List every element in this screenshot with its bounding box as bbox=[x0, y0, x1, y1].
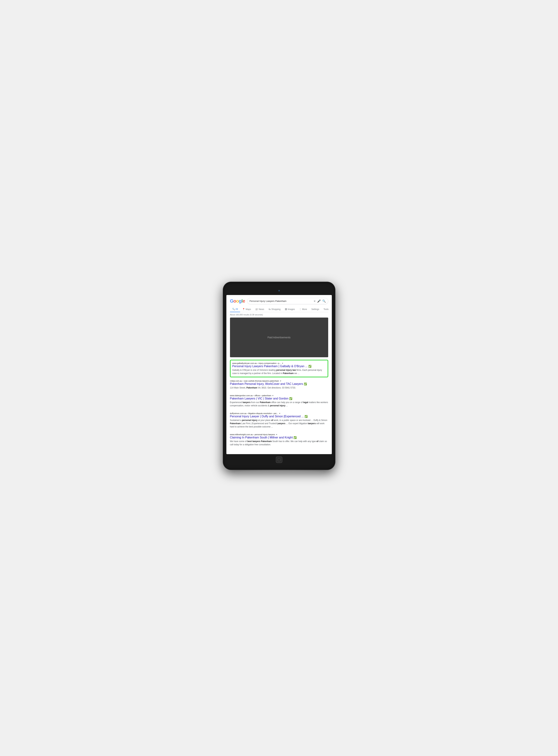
tab-shopping-label: Shopping bbox=[271, 308, 281, 310]
clear-icon[interactable]: ✕ bbox=[313, 300, 316, 303]
camera-dot bbox=[278, 290, 280, 291]
result-4-url-text: duffysimon.com.au › litigation-dispute-r… bbox=[230, 412, 278, 414]
search-bar[interactable]: Personal Injury Lawyers Pakenham ✕ 🎤 🔍 bbox=[247, 298, 328, 304]
result-3-dropdown-icon[interactable]: ▼ bbox=[272, 395, 274, 397]
result-3-verified-icon: ✅ bbox=[289, 397, 292, 400]
more-dots-icon: ⋮ bbox=[299, 308, 301, 310]
results-count: About 160,000 results (0.38 seconds) bbox=[230, 314, 328, 316]
result-4-title[interactable]: Personal Injury Lawyer | Duffy and Simon… bbox=[230, 415, 328, 418]
result-1-url: www.galballyobryan.com.au › injury-compe… bbox=[232, 362, 326, 364]
result-5-url-text: www.millnerknight.com.au › personal-inju… bbox=[230, 433, 275, 436]
tab-news-label: News bbox=[259, 308, 264, 310]
news-icon: 📰 bbox=[255, 308, 258, 310]
result-3-url: www.slatergordon.com.au › offices › pake… bbox=[230, 395, 328, 397]
result-5-url: www.millnerknight.com.au › personal-inju… bbox=[230, 433, 328, 436]
tablet-screen: Google Personal Injury Lawyers Pakenham … bbox=[226, 295, 332, 454]
search-query: Personal Injury Lawyers Pakenham bbox=[250, 300, 312, 302]
result-5-verified-icon: ✅ bbox=[294, 436, 297, 439]
tab-settings-label: Settings bbox=[311, 308, 319, 310]
images-icon: 🖼 bbox=[285, 308, 287, 310]
result-1-title[interactable]: Personal Injury Lawyers Pakenham | Galba… bbox=[232, 364, 326, 368]
result-4-dropdown-icon[interactable]: ▼ bbox=[279, 412, 281, 414]
tab-all[interactable]: 🔍 All bbox=[230, 306, 240, 312]
logo-g2: g bbox=[239, 298, 242, 304]
search-result-5: www.millnerknight.com.au › personal-inju… bbox=[230, 433, 328, 449]
tab-all-label: All bbox=[235, 308, 238, 310]
result-2-url-text: rctlaw.com.au › ryan-carlisle-thomas-law… bbox=[230, 380, 279, 382]
result-4-url: duffysimon.com.au › litigation-dispute-r… bbox=[230, 412, 328, 414]
result-5-dropdown-icon[interactable]: ▼ bbox=[276, 434, 278, 436]
result-5-title-text: Claiming In Pakenham South | Millner and… bbox=[230, 436, 293, 439]
tab-images-label: Images bbox=[288, 308, 295, 310]
result-2-snippet: 114 Main Street, Pakenham Vic 3810. Get … bbox=[230, 386, 328, 389]
tablet-outer: Google Personal Injury Lawyers Pakenham … bbox=[223, 282, 335, 470]
microphone-icon[interactable]: 🎤 bbox=[317, 299, 321, 303]
result-1-title-text: Personal Injury Lawyers Pakenham | Galba… bbox=[232, 364, 308, 368]
result-4-title-text: Personal Injury Lawyer | Duffy and Simon… bbox=[230, 415, 304, 418]
logo-o2: o bbox=[236, 298, 239, 304]
result-5-title[interactable]: Claiming In Pakenham South | Millner and… bbox=[230, 436, 328, 439]
maps-icon: 📍 bbox=[242, 308, 245, 310]
search-icon[interactable]: 🔍 bbox=[322, 299, 326, 303]
search-icons: ✕ 🎤 🔍 bbox=[313, 299, 326, 303]
search-result-1: www.galballyobryan.com.au › injury-compe… bbox=[230, 360, 328, 377]
search-result-2: rctlaw.com.au › ryan-carlisle-thomas-law… bbox=[230, 380, 328, 392]
search-result-4: duffysimon.com.au › litigation-dispute-r… bbox=[230, 412, 328, 431]
result-3-title-text: Pakenham Lawyers | VIC | Slater and Gord… bbox=[230, 397, 288, 400]
google-page: Google Personal Injury Lawyers Pakenham … bbox=[226, 295, 332, 454]
shopping-icon: 🛍 bbox=[269, 308, 271, 310]
result-3-snippet: Experienced lawyers from our Pakenham of… bbox=[230, 401, 328, 407]
logo-e: e bbox=[243, 298, 245, 304]
tab-maps-label: Maps bbox=[246, 308, 251, 310]
result-4-verified-icon: ✅ bbox=[305, 415, 308, 418]
result-3-url-text: www.slatergordon.com.au › offices › pake… bbox=[230, 395, 271, 397]
tab-tools[interactable]: Tools bbox=[321, 306, 331, 312]
ad-block: Paid Advertisements bbox=[230, 318, 328, 357]
result-1-dropdown-icon[interactable]: ▼ bbox=[282, 362, 283, 364]
result-2-verified-icon: ✅ bbox=[304, 382, 307, 385]
result-4-snippet: Sustained a personal injury at your plac… bbox=[230, 418, 328, 428]
result-1-url-text: www.galballyobryan.com.au › injury-compe… bbox=[232, 362, 281, 364]
google-header: Google Personal Injury Lawyers Pakenham … bbox=[230, 298, 328, 304]
result-2-url: rctlaw.com.au › ryan-carlisle-thomas-law… bbox=[230, 380, 328, 382]
tablet-reflection bbox=[234, 470, 324, 474]
result-1-verified-icon: ✅ bbox=[308, 365, 311, 368]
nav-tabs: 🔍 All 📍 Maps 📰 News 🛍 Shopping bbox=[230, 306, 328, 312]
tablet-top-bar bbox=[226, 288, 332, 294]
tab-more-label: More bbox=[302, 308, 307, 310]
search-result-3: www.slatergordon.com.au › offices › pake… bbox=[230, 395, 328, 410]
home-button-inner bbox=[278, 458, 281, 461]
tab-news[interactable]: 📰 News bbox=[253, 306, 266, 312]
tablet-device: Google Personal Injury Lawyers Pakenham … bbox=[223, 282, 335, 474]
home-button[interactable] bbox=[276, 457, 282, 463]
result-5-snippet: We have some of best lawyers Pakenham So… bbox=[230, 440, 328, 446]
ad-block-label: Paid Advertisements bbox=[268, 336, 290, 339]
tab-maps[interactable]: 📍 Maps bbox=[240, 306, 253, 312]
tab-more[interactable]: ⋮ More bbox=[297, 306, 309, 312]
logo-g: G bbox=[230, 298, 233, 304]
tab-tools-label: Tools bbox=[324, 308, 329, 310]
all-icon: 🔍 bbox=[232, 308, 235, 310]
google-logo: Google bbox=[230, 298, 245, 304]
tab-settings[interactable]: Settings bbox=[309, 306, 321, 312]
tab-shopping[interactable]: 🛍 Shopping bbox=[266, 306, 283, 312]
result-2-dropdown-icon[interactable]: ▼ bbox=[280, 380, 282, 382]
result-1-snippet: Gabally & O'Bryan is one of Victoria's l… bbox=[232, 369, 326, 375]
result-2-title-text: Pakenham Personal Injury, WorkCover and … bbox=[230, 382, 303, 385]
result-2-title[interactable]: Pakenham Personal Injury, WorkCover and … bbox=[230, 382, 328, 385]
result-3-title[interactable]: Pakenham Lawyers | VIC | Slater and Gord… bbox=[230, 397, 328, 400]
tablet-bottom-bar bbox=[226, 455, 332, 464]
logo-o1: o bbox=[233, 298, 236, 304]
tab-images[interactable]: 🖼 Images bbox=[283, 306, 297, 312]
